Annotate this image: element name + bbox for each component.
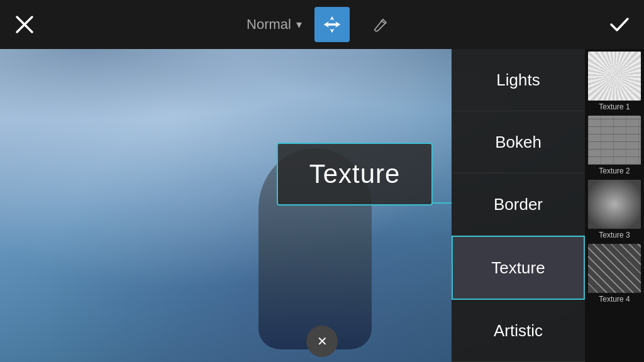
thumb-close-icon: ✕ [317, 334, 328, 349]
thumbnail-img-texture3 [588, 180, 641, 229]
filter-item-label-artistic: Artistic [494, 321, 543, 341]
thumbnail-label-texture2: Texture 2 [599, 167, 630, 175]
texture-label-text: Texture [309, 159, 401, 189]
filter-item-lights[interactable]: Lights [452, 49, 585, 111]
thumbnail-texture4[interactable]: Texture 4 [587, 244, 641, 307]
top-center-controls: Normal ▾ [247, 7, 397, 42]
thumbnail-label-texture4: Texture 4 [599, 295, 630, 304]
svg-marker-2 [324, 16, 341, 33]
thumbnail-texture3[interactable]: Texture 3 [587, 180, 641, 243]
thumbnails-close-button[interactable]: ✕ [306, 326, 338, 357]
blend-mode-arrow: ▾ [296, 18, 302, 31]
filter-item-artistic[interactable]: Artistic [452, 300, 585, 362]
move-tool-button[interactable] [314, 7, 350, 42]
confirm-button[interactable] [595, 0, 644, 49]
filter-item-label-bokeh: Bokeh [495, 133, 541, 152]
top-bar: Normal ▾ [0, 0, 644, 49]
filter-item-bokeh[interactable]: Bokeh [452, 111, 585, 173]
close-button[interactable] [0, 0, 49, 49]
thumbnail-img-texture1 [588, 52, 641, 101]
thumbnail-label-texture3: Texture 3 [599, 231, 630, 239]
texture-label-box: Texture [277, 143, 433, 206]
thumbnail-img-texture4 [588, 244, 641, 293]
blend-mode-selector[interactable]: Normal ▾ [247, 16, 302, 33]
filter-item-label-lights: Lights [496, 70, 540, 90]
thumbnail-texture2[interactable]: Texture 2 [587, 116, 641, 178]
filter-item-label-texture: Texture [491, 258, 545, 278]
filter-menu: LightsBokehBorderTextureArtistic [452, 49, 585, 362]
thumbnail-img-texture2 [588, 116, 641, 165]
thumbnail-label-texture1: Texture 1 [599, 102, 630, 111]
filter-item-label-border: Border [494, 195, 543, 214]
blend-mode-label: Normal [247, 16, 291, 33]
filter-item-border[interactable]: Border [452, 173, 585, 236]
thumbnail-texture1[interactable]: Texture 1 [587, 52, 641, 114]
brush-tool-button[interactable] [362, 7, 397, 42]
filter-item-texture[interactable]: Texture [452, 236, 585, 300]
thumbnails-panel: Texture 1Texture 2Texture 3Texture 4 [585, 49, 644, 362]
